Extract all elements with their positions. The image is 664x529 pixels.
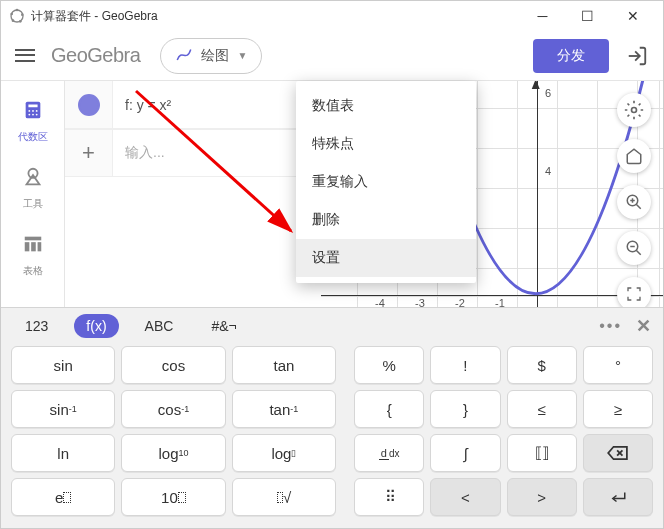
mode-label: 绘图	[201, 47, 229, 65]
svg-point-11	[28, 114, 30, 116]
sidebar-item-label: 工具	[23, 197, 43, 211]
kbd-tab-abc[interactable]: ABC	[133, 314, 186, 338]
key-factorial[interactable]: !	[430, 346, 500, 384]
menu-item-table[interactable]: 数值表	[296, 87, 476, 125]
key-epow[interactable]: e	[11, 478, 115, 516]
titlebar: 计算器套件 - GeoGebra ─ ☐ ✕	[1, 1, 663, 31]
sidebar-item-table[interactable]: 表格	[22, 233, 44, 278]
expression-text: f: y = x²	[113, 97, 321, 113]
visibility-toggle[interactable]	[65, 81, 113, 128]
zoom-out-icon[interactable]	[617, 231, 651, 265]
svg-rect-16	[24, 237, 41, 241]
publish-button[interactable]: 分发	[533, 39, 609, 73]
key-enter[interactable]	[583, 478, 653, 516]
key-atan[interactable]: tan-1	[232, 390, 336, 428]
input-row[interactable]: + 输入...	[65, 129, 321, 177]
mode-selector[interactable]: 绘图 ▼	[160, 38, 262, 74]
sidebar-item-algebra[interactable]: 代数区	[18, 99, 48, 144]
expression-row[interactable]: f: y = x²	[65, 81, 321, 129]
home-icon[interactable]	[617, 139, 651, 173]
key-acos[interactable]: cos-1	[121, 390, 225, 428]
settings-icon[interactable]	[617, 93, 651, 127]
menu-icon[interactable]	[13, 44, 37, 68]
svg-point-2	[21, 13, 24, 16]
svg-rect-7	[28, 105, 37, 108]
logo-text: GeoGebra	[51, 44, 140, 67]
fullscreen-icon[interactable]	[617, 277, 651, 309]
svg-point-13	[35, 114, 37, 116]
key-ge[interactable]: ≥	[583, 390, 653, 428]
key-logb[interactable]: log▯	[232, 434, 336, 472]
minimize-button[interactable]: ─	[520, 1, 565, 31]
algebra-view: f: y = x² + 输入...	[65, 81, 321, 309]
svg-point-3	[19, 20, 22, 23]
key-ln[interactable]: ln	[11, 434, 115, 472]
graph-icon	[175, 45, 193, 67]
key-matrix[interactable]: ⠿	[354, 478, 424, 516]
chevron-down-icon: ▼	[237, 50, 247, 61]
app-icon	[9, 8, 25, 24]
kbd-tab-123[interactable]: 123	[13, 314, 60, 338]
sidebar-item-label: 代数区	[18, 130, 48, 144]
key-backspace[interactable]	[583, 434, 653, 472]
key-le[interactable]: ≤	[507, 390, 577, 428]
menu-item-settings[interactable]: 设置	[296, 239, 476, 277]
key-left[interactable]: <	[430, 478, 500, 516]
key-10pow[interactable]: 10	[121, 478, 225, 516]
key-degree[interactable]: °	[583, 346, 653, 384]
svg-rect-17	[24, 242, 29, 251]
key-lbrace[interactable]: {	[354, 390, 424, 428]
input-placeholder: 输入...	[125, 144, 165, 160]
key-percent[interactable]: %	[354, 346, 424, 384]
key-ddx[interactable]: ddx	[354, 434, 424, 472]
close-keyboard-icon[interactable]: ✕	[636, 315, 651, 337]
add-button[interactable]: +	[65, 130, 113, 176]
table-icon	[22, 233, 44, 260]
svg-point-5	[10, 13, 13, 16]
calculator-icon	[22, 99, 44, 126]
svg-line-23	[636, 204, 641, 209]
key-rbrace[interactable]: }	[430, 390, 500, 428]
svg-marker-20	[532, 81, 540, 89]
header: GeoGebra 绘图 ▼ 分发	[1, 31, 663, 81]
key-asin[interactable]: sin-1	[11, 390, 115, 428]
svg-rect-18	[31, 242, 36, 251]
more-icon[interactable]: •••	[599, 317, 622, 335]
keyboard: 123 f(x) ABC #&¬ ••• ✕ sin cos tan % ! $…	[1, 307, 663, 528]
svg-point-12	[32, 114, 34, 116]
close-window-button[interactable]: ✕	[610, 1, 655, 31]
svg-line-27	[636, 250, 641, 255]
menu-item-delete[interactable]: 删除	[296, 201, 476, 239]
sidebar: 代数区 工具 表格	[1, 81, 65, 309]
window-title: 计算器套件 - GeoGebra	[31, 8, 520, 25]
key-tan[interactable]: tan	[232, 346, 336, 384]
svg-marker-15	[26, 175, 39, 184]
context-menu: 数值表 特殊点 重复输入 删除 设置	[296, 81, 476, 283]
zoom-in-icon[interactable]	[617, 185, 651, 219]
svg-point-1	[16, 9, 19, 12]
key-right[interactable]: >	[507, 478, 577, 516]
key-integral[interactable]: ∫	[430, 434, 500, 472]
kbd-tab-fx[interactable]: f(x)	[74, 314, 118, 338]
sidebar-item-label: 表格	[23, 264, 43, 278]
key-log10[interactable]: log10	[121, 434, 225, 472]
maximize-button[interactable]: ☐	[565, 1, 610, 31]
svg-point-10	[35, 110, 37, 112]
svg-point-4	[12, 19, 15, 22]
key-cos[interactable]: cos	[121, 346, 225, 384]
tools-icon	[22, 166, 44, 193]
keyboard-tabs: 123 f(x) ABC #&¬ ••• ✕	[1, 308, 663, 344]
sidebar-item-tools[interactable]: 工具	[22, 166, 44, 211]
svg-point-9	[32, 110, 34, 112]
menu-item-duplicate[interactable]: 重复输入	[296, 163, 476, 201]
key-dollar[interactable]: $	[507, 346, 577, 384]
fab-column	[617, 93, 651, 309]
key-bracket[interactable]: ⟦⟧	[507, 434, 577, 472]
key-nroot[interactable]: √	[232, 478, 336, 516]
svg-point-21	[632, 108, 637, 113]
svg-rect-19	[37, 242, 41, 251]
login-icon[interactable]	[623, 42, 651, 70]
key-sin[interactable]: sin	[11, 346, 115, 384]
menu-item-special-points[interactable]: 特殊点	[296, 125, 476, 163]
kbd-tab-sym[interactable]: #&¬	[199, 314, 248, 338]
